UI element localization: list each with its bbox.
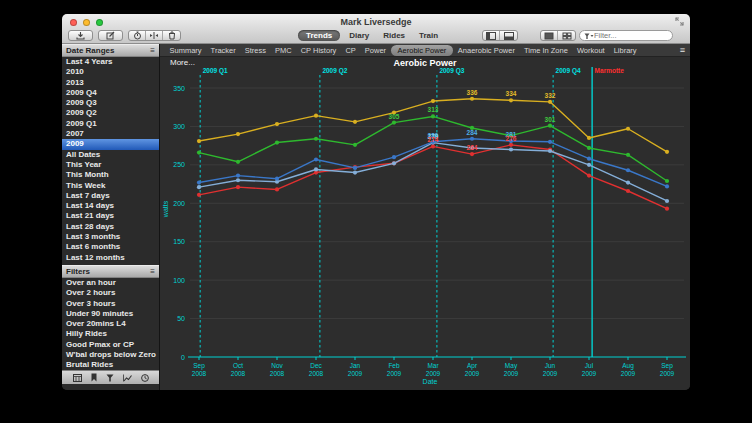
lowbar-toggle-icon <box>504 32 514 40</box>
date-range-this-month[interactable]: This Month <box>62 170 159 180</box>
trash-icon <box>168 31 176 40</box>
single-view-toggle[interactable] <box>541 31 558 40</box>
date-range-2009-q3[interactable]: 2009 Q3 <box>62 98 159 108</box>
series-green <box>197 114 669 183</box>
funnel-small-icon[interactable] <box>106 374 114 382</box>
view-tab-rides[interactable]: Rides <box>378 30 410 41</box>
svg-text:Sep2008: Sep2008 <box>192 362 207 377</box>
series-red <box>197 143 669 211</box>
filter-input[interactable] <box>594 31 664 40</box>
tab-stress[interactable]: Stress <box>240 45 270 56</box>
date-range-last-14-days[interactable]: Last 14 days <box>62 201 159 211</box>
svg-text:301: 301 <box>545 116 556 123</box>
svg-text:313: 313 <box>428 106 439 113</box>
view-tabs: TrendsDiaryRidesTrain <box>298 29 443 42</box>
bookmark-icon[interactable] <box>91 373 97 382</box>
filter-under-90-minutes[interactable]: Under 90 minutes <box>62 309 159 319</box>
compose-button[interactable] <box>98 30 123 41</box>
filter-over-2-hours[interactable]: Over 2 hours <box>62 288 159 298</box>
svg-text:Feb2009: Feb2009 <box>387 362 402 377</box>
filter-hilly-rides[interactable]: Hilly Rides <box>62 329 159 339</box>
date-range-all-dates[interactable]: All Dates <box>62 150 159 160</box>
view-tab-diary[interactable]: Diary <box>344 30 374 41</box>
fullscreen-icon[interactable] <box>675 17 684 26</box>
svg-text:2009 Q3: 2009 Q3 <box>439 67 464 75</box>
date-range-last-3-months[interactable]: Last 3 months <box>62 232 159 242</box>
window-chrome: Mark Liversedge Tr <box>62 14 690 44</box>
download-button[interactable] <box>68 30 93 41</box>
date-range-2007[interactable]: 2007 <box>62 129 159 139</box>
svg-text:2009 Q1: 2009 Q1 <box>203 67 228 75</box>
filter-over-an-hour[interactable]: Over an hour <box>62 278 159 288</box>
sidebar-left-toggle-icon <box>486 32 496 40</box>
filter-over-3-hours[interactable]: Over 3 hours <box>62 299 159 309</box>
tab-tracker[interactable]: Tracker <box>206 45 240 56</box>
sidebar-left-toggle[interactable] <box>483 31 500 40</box>
aerobic-power-chart[interactable]: 050100150200250300350Sep2008Oct2008Nov20… <box>160 57 690 390</box>
view-tab-train[interactable]: Train <box>414 30 443 41</box>
date-range-2009-q1[interactable]: 2009 Q1 <box>62 119 159 129</box>
date-range-2009[interactable]: 2009 <box>62 139 159 149</box>
svg-text:Jul2009: Jul2009 <box>582 362 597 377</box>
date-range-last-28-days[interactable]: Last 28 days <box>62 222 159 232</box>
layout-toggle-group <box>540 30 576 41</box>
tab-summary[interactable]: Summary <box>165 45 206 56</box>
svg-text:300: 300 <box>173 123 185 130</box>
svg-text:274: 274 <box>428 136 439 143</box>
date-range-2013[interactable]: 2013 <box>62 78 159 88</box>
app-window: Mark Liversedge Tr <box>62 14 690 390</box>
tool-button-group <box>128 30 181 41</box>
svg-text:334: 334 <box>506 90 517 97</box>
trash-button[interactable] <box>163 31 180 40</box>
tab-anaerobic-power[interactable]: Anaerobic Power <box>453 45 519 56</box>
filters-menu-icon[interactable]: ≡ <box>150 267 155 276</box>
date-range-this-year[interactable]: This Year <box>62 160 159 170</box>
date-range-last-12-months[interactable]: Last 12 months <box>62 253 159 263</box>
tab-power[interactable]: Power <box>360 45 390 56</box>
date-range-2009-q4[interactable]: 2009 Q4 <box>62 88 159 98</box>
date-range-2010[interactable]: 2010 <box>62 67 159 77</box>
tab-library[interactable]: Library <box>609 45 641 56</box>
filter-wbal-drops-below-zero[interactable]: W'bal drops below Zero <box>62 350 159 360</box>
sidebar: Date Ranges ≡ Last 4 Years201020132009 Q… <box>62 44 160 390</box>
tab-pmc[interactable]: PMC <box>271 45 297 56</box>
filter-field[interactable] <box>579 30 673 41</box>
date-range-this-week[interactable]: This Week <box>62 181 159 191</box>
tab-cp-history[interactable]: CP History <box>296 45 341 56</box>
window-title: Mark Liversedge <box>62 17 690 27</box>
tiled-view-toggle[interactable] <box>558 31 575 40</box>
svg-text:264: 264 <box>467 144 478 151</box>
chart-icon[interactable] <box>123 374 132 382</box>
single-view-icon <box>544 32 554 40</box>
svg-text:250: 250 <box>173 161 185 168</box>
filter-over-20mins-l4[interactable]: Over 20mins L4 <box>62 319 159 329</box>
sidebar-bottom-bar <box>62 370 159 384</box>
date-ranges-header: Date Ranges ≡ <box>62 44 159 57</box>
tab-aerobic-power[interactable]: Aerobic Power <box>391 45 454 56</box>
filter-good-pmax-or-cp[interactable]: Good Pmax or CP <box>62 340 159 350</box>
date-range-last-6-months[interactable]: Last 6 months <box>62 242 159 252</box>
tab-workout[interactable]: Workout <box>572 45 609 56</box>
date-ranges-menu-icon[interactable]: ≡ <box>150 46 155 55</box>
calendar-icon[interactable] <box>73 374 82 382</box>
chart-title: Aerobic Power <box>160 58 690 68</box>
svg-text:336: 336 <box>467 89 478 96</box>
split-view-button[interactable] <box>146 31 163 40</box>
tab-time-in-zone[interactable]: Time In Zone <box>519 45 572 56</box>
date-range-last-21-days[interactable]: Last 21 days <box>62 211 159 221</box>
svg-text:332: 332 <box>545 92 556 99</box>
lowbar-toggle[interactable] <box>500 31 517 40</box>
clock-icon[interactable] <box>141 374 149 382</box>
svg-text:100: 100 <box>173 277 185 284</box>
svg-text:150: 150 <box>173 238 185 245</box>
date-range-last-4-years[interactable]: Last 4 Years <box>62 57 159 67</box>
tab-cp[interactable]: CP <box>341 45 360 56</box>
view-tab-trends[interactable]: Trends <box>298 30 340 41</box>
filters-list: Over an hourOver 2 hoursOver 3 hoursUnde… <box>62 278 159 371</box>
funnel-icon <box>584 33 594 40</box>
chart-menu-icon[interactable]: ≡ <box>680 45 685 55</box>
date-range-2009-q2[interactable]: 2009 Q2 <box>62 108 159 118</box>
date-range-last-7-days[interactable]: Last 7 days <box>62 191 159 201</box>
stopwatch-button[interactable] <box>129 31 146 40</box>
gridlines <box>190 88 684 319</box>
